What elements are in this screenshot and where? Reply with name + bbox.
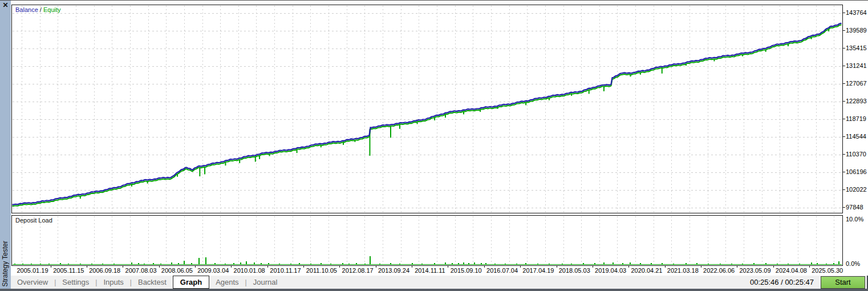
x-tick-mark xyxy=(87,266,87,268)
y-tick-mark xyxy=(843,136,845,137)
y-tick-mark xyxy=(843,101,845,102)
x-tick-mark xyxy=(701,266,701,268)
x-tick-label: 2010.11.17 xyxy=(270,267,301,274)
x-tick-mark xyxy=(123,266,123,268)
y-tick-mark xyxy=(843,172,845,172)
x-tick-label: 2023.05.09 xyxy=(739,267,770,274)
x-tick-label: 2021.03.18 xyxy=(667,267,699,274)
x-tick-mark xyxy=(339,266,340,268)
y-tick-label: 118719 xyxy=(846,115,867,122)
y-tick-mark xyxy=(843,30,845,31)
strategy-tester-window: ✕ Strategy Tester Balance / Equity Depos… xyxy=(0,0,868,291)
x-tick-mark xyxy=(809,266,810,268)
legend-equity-label: Equity xyxy=(43,6,61,13)
x-tick-mark xyxy=(51,266,51,268)
x-tick-mark xyxy=(628,266,629,268)
x-tick-label: 2010.01.08 xyxy=(234,267,265,274)
strategy-tester-sidebar: ✕ Strategy Tester xyxy=(0,1,11,289)
x-tick-mark xyxy=(303,266,304,268)
x-tick-mark xyxy=(520,266,521,268)
y-tick-label: 110370 xyxy=(846,151,867,157)
x-tick-label: 2006.09.18 xyxy=(89,267,120,274)
tab-inputs[interactable]: Inputs xyxy=(97,276,129,289)
deposit-min-label: 0.0% xyxy=(846,260,867,267)
y-tick-mark xyxy=(843,13,845,13)
x-tick-label: 2016.07.04 xyxy=(486,267,518,274)
y-tick-label: 114544 xyxy=(846,133,867,140)
deposit-load-plot xyxy=(12,216,842,265)
x-tick-label: 2007.08.03 xyxy=(125,267,157,274)
x-tick-mark xyxy=(159,266,160,268)
x-tick-label: 2017.04.19 xyxy=(522,267,554,274)
y-tick-label: 143764 xyxy=(846,9,867,16)
x-tick-label: 2012.08.17 xyxy=(342,267,374,274)
sidebar-title: Strategy Tester xyxy=(1,241,9,286)
tab-settings[interactable]: Settings xyxy=(56,276,95,289)
elapsed-time: 00:25:46 / 00:25:47 xyxy=(750,278,821,286)
x-tick-mark xyxy=(448,266,448,268)
x-tick-mark xyxy=(593,266,593,268)
x-tick-label: 2015.09.10 xyxy=(451,267,482,274)
tab-overview[interactable]: Overview xyxy=(11,276,54,289)
deposit-load-chart[interactable]: Deposit Load xyxy=(11,215,843,266)
chart-legend: Balance / Equity xyxy=(15,6,61,13)
y-tick-label: 131241 xyxy=(846,62,867,69)
balance-equity-plot xyxy=(12,5,842,213)
close-icon[interactable]: ✕ xyxy=(1,1,10,9)
y-tick-mark xyxy=(843,189,845,190)
tab-graph[interactable]: Graph xyxy=(173,276,209,289)
x-tick-label: 2018.05.03 xyxy=(559,267,590,274)
balance-equity-chart[interactable]: Balance / Equity xyxy=(11,5,843,213)
tester-tab-bar: Overview | Settings | Inputs | Backtest … xyxy=(11,276,868,289)
x-tick-mark xyxy=(773,266,774,268)
y-tick-mark xyxy=(843,83,845,84)
x-tick-label: 2014.11.11 xyxy=(415,267,445,274)
x-tick-label: 2013.09.24 xyxy=(378,267,409,274)
x-tick-mark xyxy=(412,266,412,268)
x-tick-label: 2011.10.05 xyxy=(306,267,337,274)
deposit-max-label: 10.0% xyxy=(846,216,867,223)
y-tick-label: 122893 xyxy=(846,98,867,104)
y-tick-label: 106196 xyxy=(846,168,867,175)
y-tick-mark xyxy=(843,48,845,48)
start-button[interactable]: Start xyxy=(821,276,865,289)
x-tick-mark xyxy=(737,266,737,268)
legend-separator: / xyxy=(38,6,43,13)
x-tick-label: 2008.06.05 xyxy=(161,267,193,274)
x-tick-mark xyxy=(376,266,376,268)
x-tick-mark xyxy=(231,266,232,268)
y-tick-mark xyxy=(843,119,845,119)
x-tick-mark xyxy=(665,266,666,268)
x-tick-label: 2025.05.30 xyxy=(812,267,843,274)
tab-agents[interactable]: Agents xyxy=(209,276,245,289)
tab-journal[interactable]: Journal xyxy=(247,276,284,289)
y-tick-label: 97848 xyxy=(846,204,867,211)
legend-balance-label: Balance xyxy=(15,6,38,13)
y-tick-mark xyxy=(843,66,845,66)
x-tick-mark xyxy=(267,266,268,268)
x-tick-mark xyxy=(557,266,557,268)
y-tick-label: 139589 xyxy=(846,27,867,34)
y-tick-mark xyxy=(843,207,845,208)
y-tick-label: 127067 xyxy=(846,80,867,87)
tab-backtest[interactable]: Backtest xyxy=(132,276,173,289)
y-tick-mark xyxy=(843,154,845,155)
x-tick-label: 2019.04.03 xyxy=(595,267,626,274)
x-tick-label: 2020.04.21 xyxy=(631,267,662,274)
x-tick-mark xyxy=(484,266,485,268)
y-tick-label: 102022 xyxy=(846,186,867,193)
x-tick-mark xyxy=(195,266,196,268)
x-tick-label: 2009.03.04 xyxy=(197,267,229,274)
x-tick-label: 2024.04.08 xyxy=(776,267,807,274)
y-tick-label: 135415 xyxy=(846,45,867,51)
deposit-load-title: Deposit Load xyxy=(15,217,52,224)
window-bottom-edge xyxy=(0,289,868,291)
x-tick-label: 2005.01.19 xyxy=(17,267,48,274)
x-tick-label: 2005.11.15 xyxy=(53,267,84,274)
x-tick-label: 2022.06.06 xyxy=(703,267,735,274)
